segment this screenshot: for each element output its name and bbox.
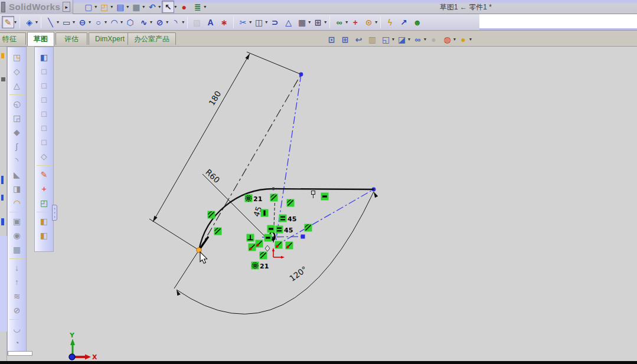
fillet-button[interactable]: ◝ [10, 154, 24, 167]
relation-icon-equal[interactable]: 45 [279, 215, 297, 223]
sketch-tool-button[interactable]: ✎ [37, 168, 51, 181]
sketch-fillet-button[interactable]: ◝ [169, 16, 182, 28]
display-style-dropdown[interactable]: ▾ [408, 37, 410, 42]
text-button[interactable]: A [204, 16, 217, 28]
new-document-dropdown[interactable]: ▾ [94, 4, 97, 9]
view-orientation-button[interactable]: ◱ [380, 33, 392, 45]
relation-icon-tangent[interactable] [214, 228, 222, 235]
rapid-sketch-button[interactable]: ϟ [384, 16, 396, 28]
trim-entities-button[interactable]: ✂ [237, 16, 249, 28]
offset-entities-button[interactable]: ⊃ [269, 16, 281, 28]
dimension-120[interactable]: 120° [174, 192, 378, 314]
view-orientation-dropdown[interactable]: ▾ [392, 37, 394, 42]
draft-button[interactable]: ◠ [10, 196, 24, 209]
insert-part-button[interactable]: ↓ [10, 261, 24, 274]
display-delete-relations-dropdown[interactable]: ▾ [345, 19, 348, 25]
print-dropdown[interactable]: ▾ [142, 4, 145, 9]
view-right-button[interactable]: □ [37, 107, 51, 120]
tab-dimxpert[interactable]: DimXpert [89, 32, 131, 45]
open-document-dropdown[interactable]: ▾ [110, 4, 113, 9]
relation-icon-horizontal[interactable] [267, 225, 275, 233]
swept-boss-base-button[interactable]: ◵ [10, 97, 24, 110]
shell-button[interactable]: ◡ [10, 322, 24, 335]
undo-button[interactable]: ↶ [146, 1, 158, 13]
corner-rectangle-button[interactable]: ▭ [60, 16, 73, 28]
selection-filter-toggle-button[interactable]: ● [178, 1, 190, 13]
sketch-origin[interactable] [272, 248, 285, 258]
mirror-entities-button[interactable]: △ [282, 16, 295, 28]
undo-dropdown[interactable]: ▾ [158, 4, 161, 9]
smart-dimension-button[interactable]: ◈ [23, 16, 35, 28]
move-face-button[interactable]: ≋ [10, 290, 24, 303]
relation-icon-equal[interactable]: 45 [276, 226, 293, 234]
convert-entities-dropdown[interactable]: ▾ [265, 19, 267, 25]
extruded-boss-base-button[interactable]: ◳ [10, 51, 24, 64]
save-button[interactable]: ▤ [114, 1, 126, 13]
relation-icon-tangent[interactable] [305, 224, 312, 232]
relation-icon-horizontal[interactable] [321, 193, 329, 201]
select-button[interactable]: ↖ [162, 1, 174, 13]
previous-view-button[interactable]: ↩ [352, 33, 365, 45]
menu-flyout-button[interactable]: ▸ [63, 2, 70, 12]
sketch-button[interactable]: ✎ [2, 16, 14, 28]
open-document-button[interactable]: ◰ [98, 1, 110, 13]
view-back-button[interactable]: □ [37, 79, 51, 92]
rib-button[interactable]: ◨ [10, 182, 24, 195]
freeform-button[interactable]: ◔ [10, 336, 24, 349]
tab-sketch[interactable]: 草图 [27, 32, 54, 46]
relation-icon-tangent[interactable] [260, 252, 267, 260]
dim-120-value[interactable]: 120° [288, 264, 309, 283]
view-settings-dropdown[interactable]: ▾ [469, 37, 472, 42]
wrap-button[interactable]: ▣ [10, 215, 24, 228]
graphics-area[interactable]: ◳◇△◵◲◆∫◝◣◨◠▣◉▦↓↑≋⊘◡◔ ◧□□□□□□◇✎+◰◧◧ ››› 1… [0, 47, 637, 361]
sketch-ink-button[interactable]: ☻ [411, 16, 423, 28]
centerpoint-arc-dropdown[interactable]: ▾ [120, 19, 123, 25]
revolved-cut-button[interactable]: ◆ [10, 126, 24, 139]
flex-button[interactable]: ⊘ [10, 304, 24, 317]
view-settings-button[interactable]: ● [457, 33, 469, 45]
hide-show-items-button[interactable]: ∞ [411, 33, 424, 45]
line-dropdown[interactable]: ▾ [57, 19, 59, 25]
layer-properties-1-button[interactable]: ◧ [37, 215, 51, 228]
ellipse-dropdown[interactable]: ▾ [166, 19, 168, 25]
relations-tool-button[interactable]: ◰ [37, 196, 51, 209]
display-style-cube-button[interactable]: ◧ [37, 51, 51, 64]
relation-icon-tangent[interactable] [287, 199, 295, 207]
relation-icon-coincident[interactable] [249, 244, 256, 251]
point-button[interactable]: ∗ [218, 16, 230, 28]
sketch-dropdown[interactable]: ▾ [14, 19, 17, 25]
move-entities-button[interactable]: ⊞ [312, 16, 324, 28]
tab-features[interactable]: 特征 [0, 32, 26, 45]
relation-icon-perpendicular[interactable] [247, 234, 254, 242]
polygon-button[interactable]: ⬡ [124, 16, 136, 28]
relation-icon-coincident[interactable] [256, 240, 263, 248]
quick-snaps-dropdown[interactable]: ▾ [375, 19, 377, 25]
corner-rectangle-dropdown[interactable]: ▾ [73, 19, 75, 25]
dome-button[interactable]: ◉ [10, 229, 24, 242]
add-relation-tool-button[interactable]: + [37, 182, 51, 195]
repair-sketch-button[interactable]: ↗ [397, 16, 410, 28]
zoom-to-area-button[interactable]: ⊞ [339, 33, 351, 45]
display-delete-relations-button[interactable]: ∞ [333, 16, 345, 28]
extruded-cut-button[interactable]: ◲ [10, 112, 24, 124]
sketch-canvas[interactable]: 180 R60 45 120° [56, 47, 637, 361]
view-isometric-button[interactable]: ◇ [37, 150, 51, 163]
straight-slot-button[interactable]: ⊖ [76, 16, 89, 28]
chamfer-button[interactable]: ◣ [10, 168, 24, 181]
sketch-point-blue[interactable] [301, 235, 305, 239]
circle-button[interactable]: ○ [92, 16, 104, 28]
relation-icon-diamond[interactable] [265, 245, 270, 251]
straight-slot-dropdown[interactable]: ▾ [89, 19, 91, 25]
select-dropdown[interactable]: ▾ [174, 4, 177, 9]
convert-entities-button[interactable]: ◫ [253, 16, 265, 28]
dimension-r60[interactable]: R60 [202, 167, 270, 241]
tab-office-products[interactable]: 办公室产品 [128, 32, 176, 45]
sketch-endpoint-apex[interactable] [299, 73, 303, 77]
print-button[interactable]: ▦ [130, 1, 142, 13]
line-button[interactable]: ╲ [44, 16, 57, 28]
section-view-button[interactable]: ▥ [366, 33, 378, 45]
move-entities-dropdown[interactable]: ▾ [324, 19, 326, 25]
display-style-button[interactable]: ◪ [396, 33, 408, 45]
swept-cut-button[interactable]: ∫ [10, 140, 24, 153]
lofted-boss-base-button[interactable]: △ [10, 79, 24, 92]
